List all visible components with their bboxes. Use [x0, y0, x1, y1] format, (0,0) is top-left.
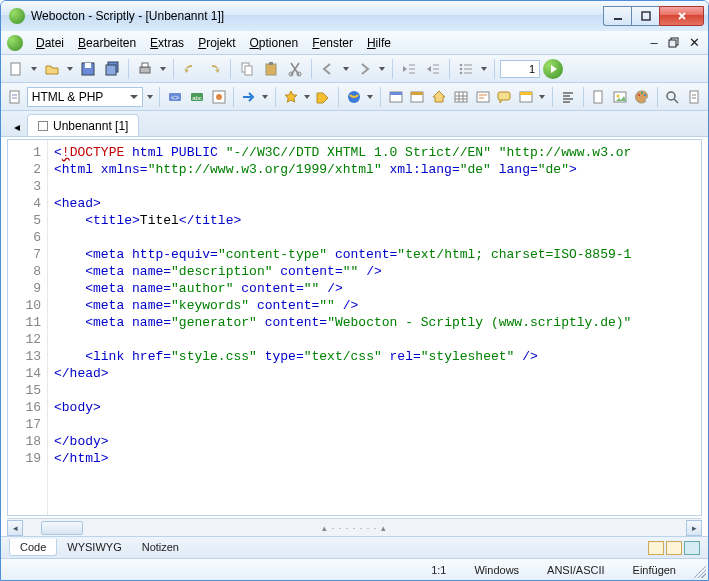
style-button[interactable]: [473, 86, 493, 108]
mdi-restore-button[interactable]: [666, 35, 682, 51]
favorite-button[interactable]: [281, 86, 301, 108]
save-button[interactable]: [77, 58, 99, 80]
menu-hilfe[interactable]: Hilfe: [360, 33, 398, 53]
menu-bearbeiten[interactable]: Bearbeiten: [71, 33, 143, 53]
outdent-button[interactable]: [398, 58, 420, 80]
doc-type-button[interactable]: [5, 86, 25, 108]
resize-grip[interactable]: [690, 562, 706, 578]
code-line[interactable]: <body>: [54, 399, 701, 416]
list-button[interactable]: [455, 58, 477, 80]
home-button[interactable]: [429, 86, 449, 108]
code-line[interactable]: [54, 331, 701, 348]
code-line[interactable]: <html xmlns="http://www.w3.org/1999/xhtm…: [54, 161, 701, 178]
form-dropdown[interactable]: [538, 95, 547, 99]
open-file-dropdown[interactable]: [65, 67, 75, 71]
css-button[interactable]: [209, 86, 229, 108]
mdi-minimize-button[interactable]: –: [646, 35, 662, 51]
code-line[interactable]: <meta name="generator" content="Webocton…: [54, 314, 701, 331]
file-tab-active[interactable]: Unbenannt [1]: [27, 114, 139, 136]
code-line[interactable]: </html>: [54, 450, 701, 467]
indent-button[interactable]: [422, 58, 444, 80]
horizontal-scrollbar[interactable]: ◂ ▴ · · · · · · · ▴ ▸: [7, 518, 702, 536]
browser-dropdown[interactable]: [366, 95, 375, 99]
back-button[interactable]: [317, 58, 339, 80]
forward-dropdown[interactable]: [377, 67, 387, 71]
code-line[interactable]: [54, 178, 701, 195]
comment-button[interactable]: [494, 86, 514, 108]
attr-button[interactable]: abc: [187, 86, 207, 108]
code-line[interactable]: <meta http-equiv="content-type" content=…: [54, 246, 701, 263]
view-tab-code[interactable]: Code: [9, 539, 57, 556]
view-icon-1[interactable]: [648, 541, 664, 555]
form-button[interactable]: [516, 86, 536, 108]
doc2-button[interactable]: [684, 86, 704, 108]
browser-ie-button[interactable]: [344, 86, 364, 108]
copy-button[interactable]: [236, 58, 258, 80]
language-dropdown[interactable]: [145, 95, 154, 99]
app-menu-icon[interactable]: [7, 35, 23, 51]
menu-extras[interactable]: Extras: [143, 33, 191, 53]
code-line[interactable]: <link href="style.css" type="text/css" r…: [54, 348, 701, 365]
paste-button[interactable]: [260, 58, 282, 80]
code-line[interactable]: </head>: [54, 365, 701, 382]
run-button[interactable]: [542, 58, 564, 80]
print-dropdown[interactable]: [158, 67, 168, 71]
cut-button[interactable]: [284, 58, 306, 80]
scroll-left-button[interactable]: ◂: [7, 520, 23, 536]
menu-fenster[interactable]: Fenster: [305, 33, 360, 53]
window2-button[interactable]: [407, 86, 427, 108]
back-dropdown[interactable]: [341, 67, 351, 71]
open-file-button[interactable]: [41, 58, 63, 80]
view-tab-notizen[interactable]: Notizen: [132, 539, 189, 556]
code-line[interactable]: <meta name="keywords" content="" />: [54, 297, 701, 314]
arrow-button[interactable]: [239, 86, 259, 108]
search-button[interactable]: [663, 86, 683, 108]
redo-button[interactable]: [203, 58, 225, 80]
minimize-button[interactable]: [603, 6, 631, 26]
undo-button[interactable]: [179, 58, 201, 80]
goto-line-input[interactable]: [500, 60, 540, 78]
code-line[interactable]: <title>Titel</title>: [54, 212, 701, 229]
code-line[interactable]: <head>: [54, 195, 701, 212]
table-button[interactable]: [451, 86, 471, 108]
tab-scroll-left[interactable]: ◂: [7, 118, 27, 136]
scroll-right-button[interactable]: ▸: [686, 520, 702, 536]
tags-button[interactable]: [313, 86, 333, 108]
save-all-button[interactable]: [101, 58, 123, 80]
menu-projekt[interactable]: Projekt: [191, 33, 242, 53]
code-line[interactable]: <!DOCTYPE html PUBLIC "-//W3C//DTD XHTML…: [54, 144, 701, 161]
menu-optionen[interactable]: Optionen: [242, 33, 305, 53]
menu-datei[interactable]: Datei: [29, 33, 71, 53]
code-area[interactable]: <!DOCTYPE html PUBLIC "-//W3C//DTD XHTML…: [48, 140, 701, 515]
print-button[interactable]: [134, 58, 156, 80]
code-line[interactable]: </body>: [54, 433, 701, 450]
window-button[interactable]: [386, 86, 406, 108]
code-line[interactable]: <meta name="description" content="" />: [54, 263, 701, 280]
align-button[interactable]: [558, 86, 578, 108]
image-button[interactable]: [610, 86, 630, 108]
view-icon-2[interactable]: [666, 541, 682, 555]
arrow-dropdown[interactable]: [261, 95, 270, 99]
splitter-grip[interactable]: ▴ · · · · · · · ▴: [322, 523, 387, 533]
code-editor[interactable]: 12345678910111213141516171819 <!DOCTYPE …: [7, 139, 702, 516]
maximize-button[interactable]: [631, 6, 659, 26]
new-file-button[interactable]: [5, 58, 27, 80]
view-icon-3[interactable]: [684, 541, 700, 555]
document-button[interactable]: [588, 86, 608, 108]
scroll-thumb[interactable]: [41, 521, 83, 535]
mdi-close-button[interactable]: ✕: [686, 35, 702, 51]
tag-button[interactable]: <>: [165, 86, 185, 108]
palette-button[interactable]: [632, 86, 652, 108]
favorite-dropdown[interactable]: [303, 95, 312, 99]
list-dropdown[interactable]: [479, 67, 489, 71]
code-line[interactable]: [54, 229, 701, 246]
code-line[interactable]: [54, 382, 701, 399]
titlebar[interactable]: Webocton - Scriptly - [Unbenannt 1]]: [1, 1, 708, 31]
language-combo[interactable]: HTML & PHP: [27, 87, 144, 107]
view-tab-wysiwyg[interactable]: WYSIWYG: [57, 539, 131, 556]
close-button[interactable]: [659, 6, 704, 26]
forward-button[interactable]: [353, 58, 375, 80]
new-file-dropdown[interactable]: [29, 67, 39, 71]
code-line[interactable]: [54, 416, 701, 433]
code-line[interactable]: <meta name="author" content="" />: [54, 280, 701, 297]
